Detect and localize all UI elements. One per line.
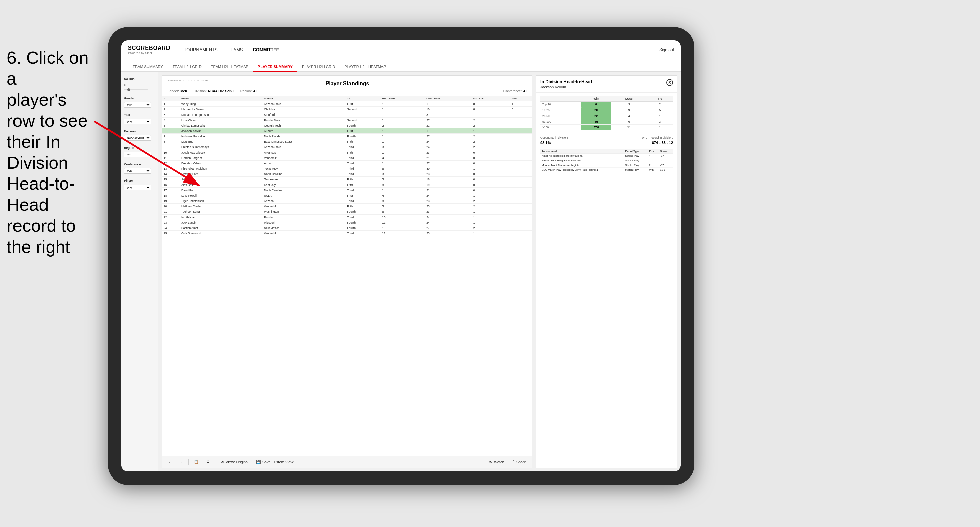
cell-conf: 23 <box>425 231 472 236</box>
bottom-toolbar: ← → 📋 ⚙ 👁 View: Original 💾 Save Custom V… <box>162 456 532 468</box>
tour-pos: Win <box>648 168 659 172</box>
table-row[interactable]: 3 Michael Thorbjornsen Stanford 1 8 1 <box>162 112 532 117</box>
cell-school: Washington <box>262 209 345 214</box>
sign-out-btn[interactable]: Sign out <box>659 48 674 52</box>
tour-type: Match Play <box>624 168 648 172</box>
table-row[interactable]: 20 Matthew Riedel Vanderbilt Fifth 3 23 … <box>162 204 532 209</box>
table-row[interactable]: 10 Jacob Mac Olesex Arkansas Fifth 1 23 … <box>162 150 532 155</box>
cell-conf: 19 <box>425 182 472 187</box>
no-rds-slider[interactable] <box>124 89 148 90</box>
table-row[interactable]: 23 Jack Lundin Missouri Fourth 11 24 1 <box>162 220 532 225</box>
cell-no-rds: 2 <box>472 198 510 204</box>
col-school: School <box>262 96 345 102</box>
logo-powered: Powered by clippi <box>128 51 170 54</box>
cell-player: Matthew Riedel <box>180 204 262 209</box>
settings-btn[interactable]: ⚙ <box>204 459 212 465</box>
redo-btn[interactable]: → <box>177 459 185 465</box>
cell-num: 20 <box>162 204 180 209</box>
view-original-btn[interactable]: 👁 View: Original <box>219 459 251 465</box>
table-row[interactable]: 11 Gordon Sargent Vanderbilt Third 4 21 … <box>162 155 532 160</box>
cell-no-rds: 1 <box>472 231 510 236</box>
cell-win <box>510 182 532 187</box>
table-row[interactable]: 7 Nicholas Gabrelcik North Florida Fourt… <box>162 134 532 139</box>
nav-teams[interactable]: TEAMS <box>228 46 243 54</box>
cell-reg: 11 <box>380 220 425 225</box>
cell-no-rds: 1 <box>472 128 510 134</box>
cell-no-rds: 0 <box>472 187 510 193</box>
cell-win <box>510 177 532 182</box>
col-yr: Yr <box>345 96 380 102</box>
subnav-team-summary[interactable]: TEAM SUMMARY <box>128 62 168 72</box>
table-row[interactable]: 6 Jackson Koivun Auburn First 1 1 1 <box>162 128 532 134</box>
table-row[interactable]: 9 Preston Summerhays Arizona State Third… <box>162 144 532 150</box>
cell-conf: 23 <box>425 171 472 177</box>
table-row[interactable]: 12 Brendan Valles Auburn Third 1 27 0 <box>162 160 532 166</box>
player-select[interactable]: (All) <box>124 184 151 190</box>
subnav-player-h2h-heatmap[interactable]: PLAYER H2H HEATMAP <box>340 62 391 72</box>
subnav-team-h2h-heatmap[interactable]: TEAM H2H HEATMAP <box>206 62 253 72</box>
cell-yr: Second <box>345 107 380 112</box>
table-row[interactable]: 22 Ian Gilligan Florida Third 10 24 1 <box>162 214 532 220</box>
table-row[interactable]: 8 Mats Ege East Tennessee State Fifth 1 … <box>162 139 532 144</box>
cell-win <box>510 150 532 155</box>
subnav-team-h2h-grid[interactable]: TEAM H2H GRID <box>168 62 206 72</box>
gender-select[interactable]: Men <box>124 102 151 108</box>
copy-btn[interactable]: 📋 <box>192 459 201 465</box>
cell-reg: 1 <box>380 139 425 144</box>
cell-conf: 23 <box>425 150 472 155</box>
conference-filter: Conference: All <box>503 89 527 93</box>
table-row[interactable]: 18 Luke Powell UCLA First 4 24 1 <box>162 193 532 198</box>
no-rds-value: 6 <box>124 83 155 86</box>
table-row[interactable]: 21 Taehoon Song Washington Fourth 6 23 1 <box>162 209 532 214</box>
cell-conf: 23 <box>425 198 472 204</box>
cell-school: Georgia Tech <box>262 123 345 128</box>
table-row[interactable]: 25 Cole Sherwood Vanderbilt Third 12 23 … <box>162 231 532 236</box>
table-row[interactable]: 16 Alex Goff Kentucky Fifth 8 19 0 <box>162 182 532 187</box>
h2h-win: 22 <box>581 113 611 119</box>
h2h-stats-row: 11-25 20 9 5 <box>540 108 673 113</box>
no-rds-label: No Rds. <box>124 78 155 81</box>
h2h-win: 8 <box>581 102 611 108</box>
cell-win: 0 <box>510 107 532 112</box>
nav-tournaments[interactable]: TOURNAMENTS <box>184 46 218 54</box>
table-row[interactable]: 14 Maxwell Ford North Carolina Third 3 2… <box>162 171 532 177</box>
table-row[interactable]: 17 David Ford North Carolina Third 1 21 … <box>162 187 532 193</box>
table-row[interactable]: 2 Michael La Sasso Ole Miss Second 1 10 … <box>162 107 532 112</box>
division-select[interactable]: NCAA Division I <box>124 135 151 141</box>
cell-yr: Fourth <box>345 134 380 139</box>
cell-win <box>510 204 532 209</box>
h2h-close-btn[interactable]: ✕ <box>666 79 673 86</box>
cell-reg: 6 <box>380 209 425 214</box>
tour-pos: 2 <box>648 158 659 163</box>
table-row[interactable]: 19 Tiger Christensen Arizona Third 8 23 … <box>162 198 532 204</box>
nav-committee[interactable]: COMMITTEE <box>253 46 279 54</box>
cell-reg: 3 <box>380 144 425 150</box>
table-row[interactable]: 1 Wenyi Ding Arizona State First 1 1 8 1 <box>162 102 532 107</box>
cell-player: Cole Sherwood <box>180 231 262 236</box>
watch-btn[interactable]: 👁 Watch <box>487 459 506 465</box>
conference-select[interactable]: (All) <box>124 168 151 174</box>
subnav-player-summary[interactable]: PLAYER SUMMARY <box>253 62 297 72</box>
table-row[interactable]: 15 Jake Hall Tennessee Fifth 3 18 0 <box>162 177 532 182</box>
cell-win <box>510 134 532 139</box>
cell-school: UCLA <box>262 193 345 198</box>
nav-items: TOURNAMENTS TEAMS COMMITTEE <box>184 46 659 54</box>
cell-no-rds: 0 <box>472 177 510 182</box>
cell-school: Ole Miss <box>262 107 345 112</box>
share-btn[interactable]: ⇧ Share <box>510 459 528 465</box>
cell-yr: Fifth <box>345 150 380 155</box>
table-row[interactable]: 4 Luke Claton Florida State Second 1 27 … <box>162 117 532 123</box>
cell-no-rds: 2 <box>472 144 510 150</box>
undo-btn[interactable]: ← <box>166 459 174 465</box>
year-select[interactable]: (All) <box>124 119 151 124</box>
h2h-loss: 6 <box>611 119 646 125</box>
save-custom-btn[interactable]: 💾 Save Custom View <box>254 459 296 465</box>
h2h-title: In Division Head-to-Head <box>540 79 592 84</box>
subnav-player-h2h-grid[interactable]: PLAYER H2H GRID <box>297 62 340 72</box>
table-row[interactable]: 13 Phichuikan Maichon Texas A&M Third 6 … <box>162 166 532 171</box>
region-select[interactable]: N/A <box>124 152 151 157</box>
cell-player: Ian Gilligan <box>180 214 262 220</box>
table-row[interactable]: 24 Bastian Amat New Mexico Fourth 1 27 2 <box>162 225 532 231</box>
table-row[interactable]: 5 Christo Lamprecht Georgia Tech Fourth … <box>162 123 532 128</box>
player-label: Player <box>124 179 155 183</box>
